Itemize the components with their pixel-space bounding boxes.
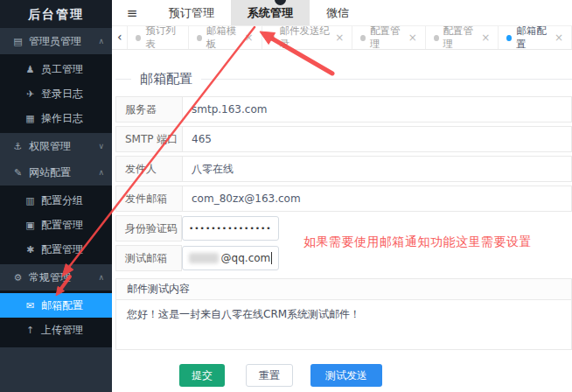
sidebar-item-general-management[interactable]: ⚙常规管理 ∧ (0, 264, 112, 290)
tab-dot-icon (136, 35, 141, 41)
collapse-sidebar-icon[interactable]: ≡ (112, 0, 152, 25)
nav-item-booking-management[interactable]: 预订管理 (152, 0, 231, 25)
chevron-up-icon: ∧ (98, 159, 104, 186)
tab-label: 邮箱配置 (516, 24, 549, 51)
sidebar-item-label: 邮箱配置 (41, 299, 83, 312)
password-dots: ••••••••••••••• (189, 224, 272, 233)
notebook-icon: ▤ (11, 29, 24, 55)
envelope-icon: ✉ (24, 294, 37, 318)
sidebar-item-label: 上传管理 (41, 324, 83, 336)
upload-arrow-icon: ↑ (24, 318, 37, 343)
sidebar-item-staff-management[interactable]: ♟员工管理 (0, 57, 112, 81)
chevron-up-icon: ∧ (98, 264, 104, 290)
sidebar-item-config-management-2[interactable]: ✱配置管理 (0, 237, 112, 262)
chevron-down-icon: ∨ (98, 133, 104, 159)
sidebar-item-site-config[interactable]: ✎网站配置 ∧ (0, 159, 112, 186)
annotation-note: 如果需要使用邮箱通知功能这里需要设置 (303, 234, 532, 250)
sender-name-input[interactable]: 八零在线 (183, 157, 571, 181)
tab-label: 预订列表 (145, 24, 180, 51)
nav-item-system-management[interactable]: 系统管理 (231, 0, 310, 25)
field-label: 发件人 (116, 157, 183, 181)
sidebar-item-config-management-1[interactable]: ▣配置管理 (0, 213, 112, 237)
main-area: ≡ 预订管理 系统管理 微信 ‹ 预订列表 邮箱模板 × 邮件发送纪录 × 配置… (112, 0, 572, 392)
tab-dot-icon (270, 35, 276, 41)
tab-config-management-2[interactable]: 配置管理 × (426, 26, 499, 49)
sidebar-item-label: 常规管理 (29, 271, 71, 284)
close-icon[interactable]: × (555, 32, 563, 44)
tab-label: 配置管理 (443, 24, 477, 51)
sidebar-item-label: 员工管理 (41, 63, 83, 75)
tab-mail-template[interactable]: 邮箱模板 × (189, 26, 262, 49)
sidebar-item-admin-management[interactable]: ▤管理员管理 ∧ (0, 28, 112, 54)
pencil-icon: ✎ (11, 160, 24, 186)
tab-dot-icon (360, 35, 366, 41)
sender-email-input[interactable]: com_80zx@163.com (183, 186, 571, 211)
form-row-smtp-port: SMTP 端口 465 (115, 126, 572, 152)
field-label: 测试邮箱 (115, 245, 182, 271)
server-input[interactable]: smtp.163.com (183, 97, 571, 122)
tab-config-management-1[interactable]: 配置管理 × (352, 26, 426, 49)
page-title: 邮箱配置 (131, 71, 201, 88)
nav-item-wechat[interactable]: 微信 (310, 0, 366, 25)
close-icon[interactable]: × (408, 32, 417, 44)
page-tab-bar: ‹ 预订列表 邮箱模板 × 邮件发送纪录 × 配置管理 × 配置管理 × 邮箱配… (112, 26, 572, 50)
close-icon[interactable]: × (245, 32, 254, 44)
field-label: 发件邮箱 (116, 186, 183, 211)
sidebar-item-config-group[interactable]: ▥配置分组 (0, 188, 112, 213)
copy-icon: ▥ (24, 189, 37, 214)
tab-dot-icon (434, 35, 439, 41)
gear-icon: ⚙ (11, 265, 24, 291)
form-row-sender: 发件人 八零在线 (115, 156, 572, 182)
mail-test-panel: 邮件测试内容 您好！这是一封来自八零在线CRM系统测试邮件！ (115, 278, 572, 350)
close-icon[interactable]: × (481, 32, 490, 44)
paper-plane-icon: ✈ (24, 82, 37, 107)
sidebar-item-login-log[interactable]: ✈登录日志 (0, 81, 112, 106)
sidebar-item-upload-management[interactable]: ↑上传管理 (0, 318, 112, 342)
test-email-input[interactable]: @qq.com (182, 246, 279, 270)
tab-label: 配置管理 (370, 24, 403, 51)
app-title: 后台管理 (0, 0, 112, 28)
tab-scroll-left-icon[interactable]: ‹ (112, 26, 128, 49)
sidebar-item-label: 操作日志 (41, 112, 83, 124)
chevron-up-icon: ∧ (98, 28, 104, 54)
field-label: 身份验证码 (115, 215, 182, 242)
sidebar-submenu-site-config: ▥配置分组 ▣配置管理 ✱配置管理 (0, 186, 112, 264)
tab-label: 邮件发送纪录 (279, 24, 330, 51)
sidebar-submenu-general: ✉邮箱配置 ↑上传管理 (0, 290, 112, 347)
sidebar-submenu-admin: ♟员工管理 ✈登录日志 ▦操作日志 (0, 54, 112, 133)
reset-button[interactable]: 重置 (246, 364, 293, 387)
sidebar-item-operation-log[interactable]: ▦操作日志 (0, 106, 112, 130)
sidebar-item-label: 配置分组 (41, 194, 83, 206)
section-divider: 邮箱配置 (115, 72, 572, 86)
tab-mail-send-records[interactable]: 邮件发送纪录 × (262, 26, 353, 49)
tab-mailbox-config[interactable]: 邮箱配置 × (499, 26, 572, 49)
sidebar-item-permission-management[interactable]: ⚓权限管理 ∨ (0, 133, 112, 159)
tab-dot-icon (197, 35, 202, 41)
text-cursor (271, 252, 272, 264)
email-suffix: @qq.com (221, 252, 271, 264)
sidebar: 后台管理 ▤管理员管理 ∧ ♟员工管理 ✈登录日志 ▦操作日志 ⚓权限管理 ∨ … (0, 0, 112, 392)
smtp-port-input[interactable]: 465 (183, 127, 571, 151)
form-row-server: 服务器 smtp.163.com (115, 96, 572, 122)
person-icon: ♟ (24, 58, 37, 82)
field-label: 服务器 (116, 97, 183, 122)
mail-content-textarea[interactable]: 您好！这是一封来自八零在线CRM系统测试邮件！ (116, 300, 571, 329)
asterisk-icon: ✱ (24, 238, 37, 262)
mail-panel-header: 邮件测试内容 (116, 279, 571, 300)
redacted-text (189, 253, 219, 263)
sidebar-item-label: 配置管理 (41, 219, 83, 231)
scan-icon: ▣ (24, 214, 37, 238)
tab-booking-list[interactable]: 预订列表 (128, 26, 189, 49)
close-icon[interactable]: × (335, 32, 344, 44)
sidebar-item-label: 权限管理 (29, 140, 71, 152)
submit-button[interactable]: 提交 (179, 364, 225, 387)
sidebar-item-label: 网站配置 (29, 166, 71, 178)
field-label: SMTP 端口 (116, 127, 183, 151)
button-row: 提交 重置 测试发送 (179, 364, 382, 387)
tab-label: 邮箱模板 (206, 24, 240, 51)
anchor-icon: ⚓ (11, 134, 24, 160)
auth-code-input[interactable]: ••••••••••••••• (182, 216, 279, 241)
form-row-sender-email: 发件邮箱 com_80zx@163.com (115, 186, 572, 212)
sidebar-item-mailbox-config[interactable]: ✉邮箱配置 (0, 293, 112, 318)
test-send-button[interactable]: 测试发送 (310, 364, 382, 387)
